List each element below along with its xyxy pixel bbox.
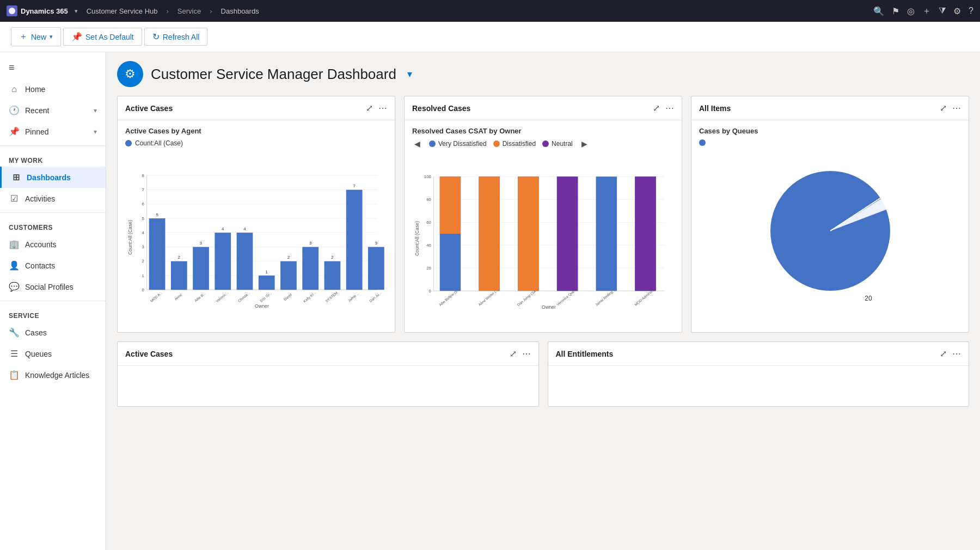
new-label: New	[31, 33, 46, 41]
svg-text:Kelly Kr...: Kelly Kr...	[303, 290, 317, 303]
bottom-active-more-icon[interactable]: ⋯	[522, 349, 531, 359]
dynamics-name: Dynamics 365	[21, 7, 68, 15]
new-button[interactable]: ＋ New ▾	[11, 27, 61, 46]
dashboard-dropdown-icon[interactable]: ▾	[407, 68, 412, 80]
stacked-bar-2-d	[518, 176, 538, 291]
new-dropdown-icon[interactable]: ▾	[50, 33, 53, 40]
flag-icon[interactable]: ⚑	[892, 6, 899, 16]
resolved-cases-svg: Count:All (Case) 0 20 40 60	[412, 151, 674, 326]
knowledge-icon: 📋	[9, 370, 20, 380]
active-cases-legend: Count:All (Case)	[125, 139, 387, 147]
stacked-bar-3-n	[557, 176, 578, 291]
topbar-chevron[interactable]: ▾	[75, 8, 78, 15]
legend-prev-icon[interactable]: ◀	[414, 139, 420, 148]
dissatisfied-dot	[493, 140, 500, 147]
help-icon[interactable]: ?	[969, 6, 973, 16]
contacts-icon: 👤	[9, 260, 20, 271]
top-cards-row: Active Cases ⤢ ⋯ Active Cases by Agent C…	[117, 96, 969, 333]
filter-icon[interactable]: ⧩	[939, 6, 946, 16]
sidebar-item-accounts[interactable]: 🏢 Accounts	[0, 234, 106, 255]
svg-text:20: 20	[426, 266, 431, 271]
all-items-legend-dot	[699, 139, 706, 146]
svg-text:4: 4	[243, 227, 246, 231]
pinned-expand-icon[interactable]: ▾	[94, 128, 97, 136]
dynamics-logo[interactable]: Dynamics 365	[7, 5, 68, 16]
svg-text:100: 100	[424, 174, 432, 179]
all-entitlements-more-icon[interactable]: ⋯	[952, 349, 961, 359]
sidebar-item-pinned[interactable]: 📌 Pinned ▾	[0, 121, 106, 142]
sidebar-knowledge-label: Knowledge Articles	[25, 371, 89, 380]
sidebar-item-contacts[interactable]: 👤 Contacts	[0, 255, 106, 276]
all-items-header-icons: ⤢ ⋯	[940, 103, 961, 113]
svg-text:2: 2	[142, 259, 144, 264]
main-layout: ≡ ⌂ Home 🕐 Recent ▾ 📌 Pinned ▾ My Work ⊞…	[0, 52, 980, 550]
resolved-cases-title: Resolved Cases	[412, 104, 653, 113]
bottom-active-cases-header: Active Cases ⤢ ⋯	[118, 342, 538, 366]
very-dissatisfied-dot	[429, 140, 436, 147]
active-cases-expand-icon[interactable]: ⤢	[366, 103, 373, 113]
svg-text:3: 3	[200, 241, 203, 246]
bar-4	[237, 233, 253, 290]
svg-text:2: 2	[287, 255, 290, 260]
sidebar: ≡ ⌂ Home 🕐 Recent ▾ 📌 Pinned ▾ My Work ⊞…	[0, 52, 106, 550]
recent-expand-icon[interactable]: ▾	[94, 107, 97, 114]
set-default-button[interactable]: 📌 Set As Default	[63, 28, 142, 46]
hamburger-button[interactable]: ≡	[0, 57, 106, 79]
sidebar-cases-label: Cases	[25, 328, 47, 337]
sidebar-item-dashboards[interactable]: ⊞ Dashboards	[0, 167, 106, 188]
sidebar-pinned-label: Pinned	[25, 127, 49, 136]
queues-icon: ☰	[9, 349, 20, 359]
sidebar-item-queues[interactable]: ☰ Queues	[0, 343, 106, 364]
svg-text:80: 80	[426, 197, 431, 202]
all-items-pie-chart: 20	[699, 149, 961, 323]
sidebar-item-cases[interactable]: 🔧 Cases	[0, 322, 106, 343]
active-cases-legend-dot	[125, 140, 132, 146]
resolved-cases-header-icons: ⤢ ⋯	[653, 103, 674, 113]
bottom-active-expand-icon[interactable]: ⤢	[510, 349, 517, 359]
sidebar-item-home[interactable]: ⌂ Home	[0, 79, 106, 100]
svg-point-0	[9, 8, 15, 14]
svg-text:Veronic...: Veronic...	[215, 291, 229, 303]
all-entitlements-expand-icon[interactable]: ⤢	[940, 349, 947, 359]
resolved-cases-expand-icon[interactable]: ⤢	[653, 103, 660, 113]
refresh-icon: ↻	[152, 32, 160, 42]
all-entitlements-title: All Entitlements	[556, 350, 940, 358]
settings-icon[interactable]: ⚙	[953, 6, 961, 16]
svg-text:MOD A...: MOD A...	[150, 291, 163, 303]
resolved-cases-header: Resolved Cases ⤢ ⋯	[405, 96, 682, 120]
sidebar-item-recent[interactable]: 🕐 Recent ▾	[0, 100, 106, 121]
stacked-bar-1-d	[479, 176, 499, 291]
location-icon[interactable]: ◎	[907, 6, 915, 16]
all-items-expand-icon[interactable]: ⤢	[940, 103, 947, 113]
dissatisfied-label: Dissatisfied	[503, 140, 536, 148]
active-cases-legend-label: Count:All (Case)	[135, 139, 183, 147]
sidebar-item-knowledge-articles[interactable]: 📋 Knowledge Articles	[0, 364, 106, 386]
set-default-icon: 📌	[71, 32, 82, 42]
svg-text:Count:All (Case): Count:All (Case)	[127, 220, 133, 255]
legend-next-icon[interactable]: ▶	[581, 139, 587, 148]
sidebar-item-social-profiles[interactable]: 💬 Social Profiles	[0, 276, 106, 297]
svg-text:5: 5	[156, 212, 158, 217]
sidebar-social-label: Social Profiles	[25, 283, 74, 291]
bar-2	[193, 247, 209, 290]
bar-7	[302, 247, 318, 290]
bar-6	[280, 261, 297, 290]
refresh-button[interactable]: ↻ Refresh All	[144, 28, 208, 46]
all-items-header: All Items ⤢ ⋯	[691, 96, 969, 120]
bar-1	[171, 261, 187, 290]
svg-text:3: 3	[375, 241, 378, 246]
search-icon[interactable]: 🔍	[873, 6, 884, 16]
active-cases-more-icon[interactable]: ⋯	[378, 103, 387, 113]
content-area: ⚙ Customer Service Manager Dashboard ▾ A…	[106, 52, 980, 550]
sidebar-item-activities[interactable]: ☑ Activities	[0, 188, 106, 209]
stacked-bar-0-d	[440, 176, 461, 234]
all-items-more-icon[interactable]: ⋯	[952, 103, 961, 113]
topbar-breadcrumb1[interactable]: Service	[177, 7, 201, 15]
plus-icon[interactable]: ＋	[922, 5, 931, 17]
topbar-breadcrumb2[interactable]: Dashboards	[221, 7, 259, 15]
resolved-cases-subtitle: Resolved Cases CSAT by Owner	[412, 127, 674, 135]
active-cases-card: Active Cases ⤢ ⋯ Active Cases by Agent C…	[117, 96, 395, 333]
active-cases-header: Active Cases ⤢ ⋯	[118, 96, 395, 120]
resolved-cases-more-icon[interactable]: ⋯	[665, 103, 674, 113]
bar-8	[324, 261, 341, 290]
